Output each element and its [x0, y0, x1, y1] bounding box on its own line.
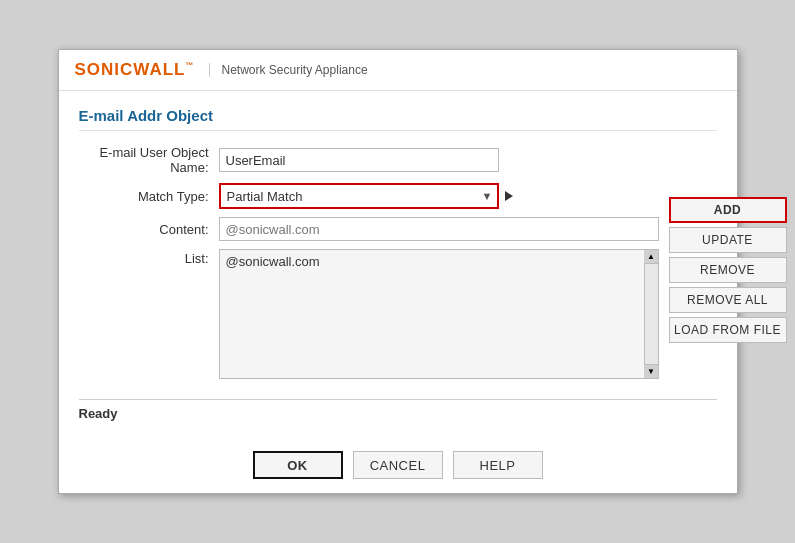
- action-buttons-panel: ADD UPDATE REMOVE REMOVE ALL LOAD FROM F…: [659, 145, 787, 387]
- list-scrollbar: ▲ ▼: [644, 250, 658, 378]
- list-label: List:: [79, 249, 219, 266]
- header-bar: SONICWALL™ Network Security Appliance: [59, 50, 737, 91]
- ok-button[interactable]: OK: [253, 451, 343, 479]
- match-type-select[interactable]: Partial Match Exact Match Begins With En…: [219, 183, 499, 209]
- sonicwall-logo: SONICWALL™: [75, 60, 195, 80]
- list-row: List: @sonicwall.com ▲ ▼: [79, 249, 659, 379]
- form-area: E-mail User Object Name: Match Type: Par…: [79, 145, 717, 387]
- match-type-select-wrapper: Partial Match Exact Match Begins With En…: [219, 183, 499, 209]
- dialog-footer: OK CANCEL HELP: [59, 441, 737, 493]
- name-row: E-mail User Object Name:: [79, 145, 659, 175]
- email-addr-object-dialog: SONICWALL™ Network Security Appliance E-…: [58, 49, 738, 494]
- content-label: Content:: [79, 222, 219, 237]
- hint-arrow-icon: [505, 191, 515, 201]
- brand-sonic: SONIC: [75, 60, 134, 79]
- cancel-button[interactable]: CANCEL: [353, 451, 443, 479]
- content-row: Content:: [79, 217, 659, 241]
- trademark: ™: [186, 61, 195, 70]
- status-text: Ready: [79, 406, 118, 421]
- dialog-title: E-mail Addr Object: [79, 107, 717, 131]
- dialog-body: E-mail Addr Object E-mail User Object Na…: [59, 91, 737, 441]
- load-from-file-button[interactable]: LOAD FROM FILE: [669, 317, 787, 343]
- update-button[interactable]: UPDATE: [669, 227, 787, 253]
- remove-button[interactable]: REMOVE: [669, 257, 787, 283]
- list-item: @sonicwall.com: [226, 254, 652, 269]
- content-input[interactable]: [219, 217, 659, 241]
- scroll-down-button[interactable]: ▼: [644, 364, 658, 378]
- status-bar: Ready: [79, 399, 717, 429]
- name-input[interactable]: [219, 148, 499, 172]
- list-container: @sonicwall.com ▲ ▼: [219, 249, 659, 379]
- remove-all-button[interactable]: REMOVE ALL: [669, 287, 787, 313]
- match-type-label: Match Type:: [79, 189, 219, 204]
- list-box-content: @sonicwall.com: [220, 250, 658, 273]
- add-button[interactable]: ADD: [669, 197, 787, 223]
- header-subtitle: Network Security Appliance: [209, 63, 368, 77]
- name-label: E-mail User Object Name:: [79, 145, 219, 175]
- form-left: E-mail User Object Name: Match Type: Par…: [79, 145, 659, 387]
- list-box[interactable]: @sonicwall.com ▲ ▼: [219, 249, 659, 379]
- scroll-up-button[interactable]: ▲: [644, 250, 658, 264]
- match-type-row: Match Type: Partial Match Exact Match Be…: [79, 183, 659, 209]
- help-button[interactable]: HELP: [453, 451, 543, 479]
- brand-wall: WALL: [133, 60, 185, 79]
